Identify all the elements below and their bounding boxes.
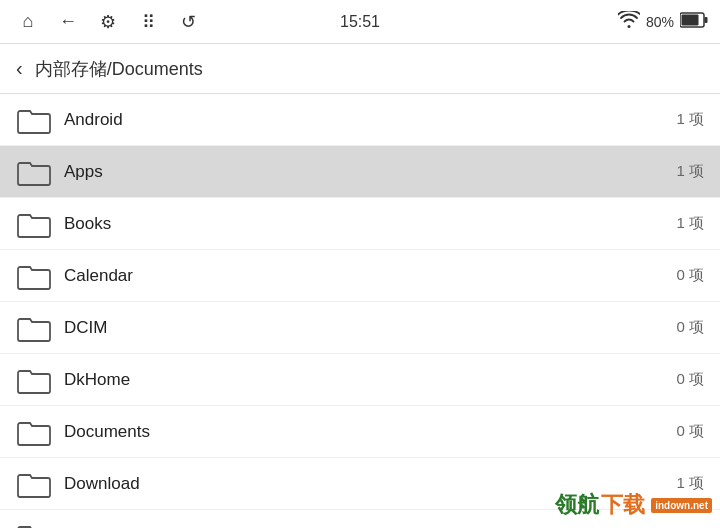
file-item[interactable]: Android1 项: [0, 94, 720, 146]
refresh-icon[interactable]: ↺: [172, 6, 204, 38]
folder-icon: [16, 261, 52, 291]
file-item[interactable]: Apps1 项: [0, 146, 720, 198]
status-icons-right: 80%: [618, 11, 708, 32]
nav-path: 内部存储/Documents: [35, 57, 203, 81]
folder-icon: [16, 105, 52, 135]
file-name: Android: [64, 110, 676, 130]
file-count: 0 项: [676, 422, 704, 441]
folder-icon: [16, 157, 52, 187]
home-icon[interactable]: ⌂: [12, 6, 44, 38]
nav-bar: ‹ 内部存储/Documents: [0, 44, 720, 94]
file-item[interactable]: Books1 项: [0, 198, 720, 250]
battery-text: 80%: [646, 14, 674, 30]
file-count: 0 项: [676, 318, 704, 337]
folder-icon: [16, 417, 52, 447]
back-icon[interactable]: ←: [52, 6, 84, 38]
file-count: 0 项: [676, 370, 704, 389]
file-count: 0 项: [676, 266, 704, 285]
apps-icon[interactable]: ⠿: [132, 6, 164, 38]
settings-icon[interactable]: ⚙: [92, 6, 124, 38]
status-icons-left: ⌂ ← ⚙ ⠿ ↺: [12, 6, 204, 38]
file-name: Calendar: [64, 266, 676, 286]
svg-rect-1: [705, 17, 708, 23]
folder-icon: [16, 313, 52, 343]
folder-icon: [16, 209, 52, 239]
file-count: 1 项: [676, 214, 704, 233]
file-item[interactable]: DkHome0 项: [0, 354, 720, 406]
folder-icon: [16, 469, 52, 499]
folder-icon: [16, 521, 52, 529]
file-count: 1 项: [676, 110, 704, 129]
svg-rect-2: [682, 15, 699, 26]
file-name: DkHome: [64, 370, 676, 390]
file-name: Documents: [64, 422, 676, 442]
file-name: Apps: [64, 162, 676, 182]
file-list: Android1 项 Apps1 项 Books1 项 Calendar0 项 …: [0, 94, 720, 528]
file-item[interactable]: Calendar0 项: [0, 250, 720, 302]
file-item[interactable]: Download1 项: [0, 458, 720, 510]
file-item[interactable]: DCIM0 项: [0, 302, 720, 354]
file-count: 1 项: [676, 474, 704, 493]
status-bar: ⌂ ← ⚙ ⠿ ↺ 15:51 80%: [0, 0, 720, 44]
nav-back-button[interactable]: ‹: [16, 57, 23, 80]
battery-icon: [680, 12, 708, 31]
status-time: 15:51: [340, 13, 380, 31]
file-name: Books: [64, 214, 676, 234]
file-item[interactable]: Documents0 项: [0, 406, 720, 458]
folder-icon: [16, 365, 52, 395]
file-name: Download: [64, 474, 676, 494]
file-name: DCIM: [64, 318, 676, 338]
file-count: 1 项: [676, 162, 704, 181]
file-item[interactable]: DuoKan5 项: [0, 510, 720, 528]
wifi-icon: [618, 11, 640, 32]
